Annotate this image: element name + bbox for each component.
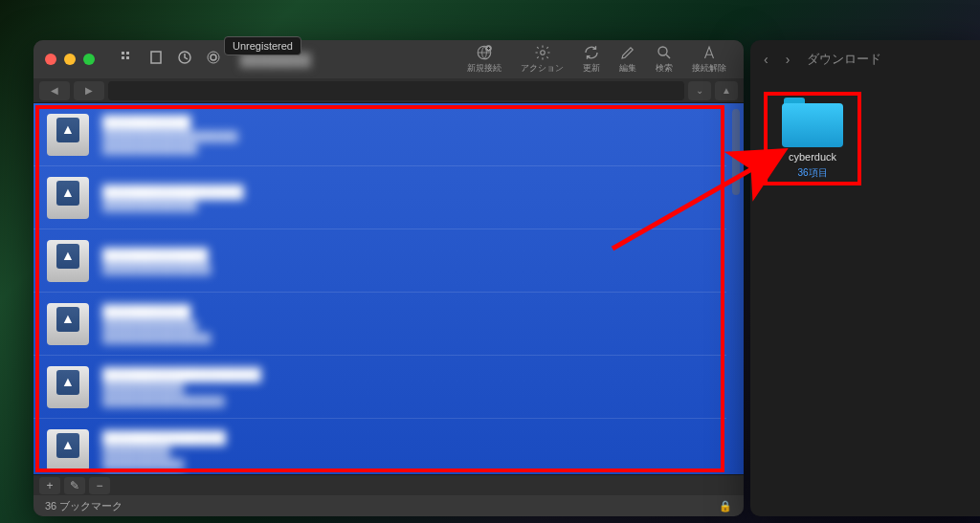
bookmark-item[interactable]: ██████████ ██████████████ ██████████████…: [33, 293, 726, 356]
bookmark-subtitle: ████████████████: [102, 264, 713, 274]
bookmark-subtitle: ██████████████: [102, 143, 713, 154]
svg-rect-3: [126, 56, 129, 59]
remove-bookmark-button[interactable]: −: [89, 477, 110, 494]
disconnect-button[interactable]: 接続解除: [684, 42, 734, 76]
folder-item-count: 36項目: [797, 166, 827, 180]
unregistered-badge: Unregistered: [224, 36, 301, 55]
bookmark-view-icon[interactable]: [120, 50, 135, 69]
folder-item[interactable]: cyberduck 36項目: [769, 98, 856, 180]
folder-icon: [782, 98, 843, 147]
titlebar: ████████ 新規接続 アクション 更新 編集 検索: [33, 40, 744, 78]
server-icon: [47, 114, 89, 156]
edit-button[interactable]: 編集: [612, 42, 644, 76]
bookmark-item[interactable]: ██████████████ ██████████ ████████████: [33, 419, 726, 474]
traffic-lights: [45, 54, 95, 65]
edit-bookmark-button[interactable]: ✎: [64, 477, 85, 494]
bookmark-subtitle: ██████████████████: [102, 396, 713, 406]
server-icon: [47, 240, 89, 282]
lock-icon: 🔒: [719, 500, 732, 512]
status-bar: 36 ブックマーク 🔒: [33, 495, 744, 516]
bookmark-item[interactable]: ████████████████ ██████████████: [33, 166, 726, 229]
bookmark-subtitle: ████████████████: [102, 333, 713, 343]
svg-rect-2: [122, 56, 124, 59]
server-icon: [47, 366, 89, 408]
bookmark-subtitle: ██████████████: [102, 320, 713, 331]
svg-point-10: [540, 51, 545, 55]
server-icon: [47, 429, 89, 471]
cyberduck-window: ████████ 新規接続 アクション 更新 編集 検索: [33, 40, 744, 516]
finder-forward-button[interactable]: ›: [786, 52, 791, 67]
scrollbar[interactable]: [732, 109, 740, 195]
status-text: 36 ブックマーク: [45, 499, 122, 513]
bookmark-item[interactable]: ██████████████████ ████████████ ████████…: [33, 356, 726, 419]
svg-rect-4: [151, 52, 161, 63]
finder-title: ダウンロード: [807, 51, 881, 68]
finder-window: ‹ › ダウンロード cyberduck 36項目: [750, 40, 980, 516]
svg-point-7: [208, 52, 219, 63]
bookmark-title: ██████████████: [102, 430, 713, 445]
server-icon: [47, 177, 89, 219]
outline-view-icon[interactable]: [148, 50, 164, 69]
bookmark-list-area: ██████████ ████████████████████ ████████…: [33, 103, 744, 474]
nav-back-button[interactable]: ◀: [39, 81, 70, 100]
bookmark-item[interactable]: ████████████ ████████████████: [33, 229, 726, 293]
navigation-bar: ◀ ▶ ⌄ ▲: [33, 78, 744, 103]
history-icon[interactable]: [177, 50, 192, 69]
nav-forward-button[interactable]: ▶: [74, 81, 104, 100]
bookmark-title: ██████████: [102, 115, 713, 129]
footer-toolbar: + ✎ −: [33, 474, 744, 495]
bookmark-title: ████████████: [102, 248, 713, 262]
svg-point-6: [211, 54, 216, 60]
close-button[interactable]: [45, 54, 56, 65]
action-button[interactable]: アクション: [513, 42, 571, 76]
bookmark-title: ██████████████████: [102, 367, 713, 381]
refresh-button[interactable]: 更新: [575, 42, 608, 76]
nav-up-button[interactable]: ▲: [715, 81, 738, 100]
new-connection-button[interactable]: 新規接続: [459, 42, 509, 76]
bookmark-title: ██████████: [102, 304, 713, 318]
search-button[interactable]: 検索: [648, 42, 680, 76]
bookmark-subtitle: ██████████████: [102, 201, 713, 211]
path-field[interactable]: [108, 81, 684, 100]
finder-toolbar: ‹ › ダウンロード: [750, 40, 980, 78]
minimize-button[interactable]: [64, 54, 76, 65]
bookmark-title: ████████████████: [102, 185, 713, 199]
finder-back-button[interactable]: ‹: [764, 52, 768, 67]
server-icon: [47, 303, 89, 345]
bookmark-item[interactable]: ██████████ ████████████████████ ████████…: [33, 103, 726, 166]
svg-point-11: [658, 47, 667, 55]
bookmark-list[interactable]: ██████████ ████████████████████ ████████…: [33, 103, 726, 474]
bookmark-subtitle: ████████████████████: [102, 131, 713, 142]
add-bookmark-button[interactable]: +: [39, 477, 60, 494]
svg-rect-0: [122, 52, 124, 54]
finder-content[interactable]: cyberduck 36項目: [750, 78, 980, 199]
view-mode-icons: [120, 50, 221, 69]
toolbar: 新規接続 アクション 更新 編集 検索 接続解除: [459, 40, 734, 78]
folder-name: cyberduck: [789, 151, 836, 163]
bonjour-icon[interactable]: [206, 50, 221, 69]
bookmark-subtitle: ████████████: [102, 459, 713, 469]
bookmark-subtitle: ████████████: [102, 383, 713, 394]
svg-rect-1: [126, 52, 129, 54]
path-dropdown-icon[interactable]: ⌄: [688, 81, 711, 100]
finder-nav: ‹ ›: [764, 52, 790, 67]
maximize-button[interactable]: [83, 54, 95, 65]
bookmark-subtitle: ██████████: [102, 447, 713, 457]
